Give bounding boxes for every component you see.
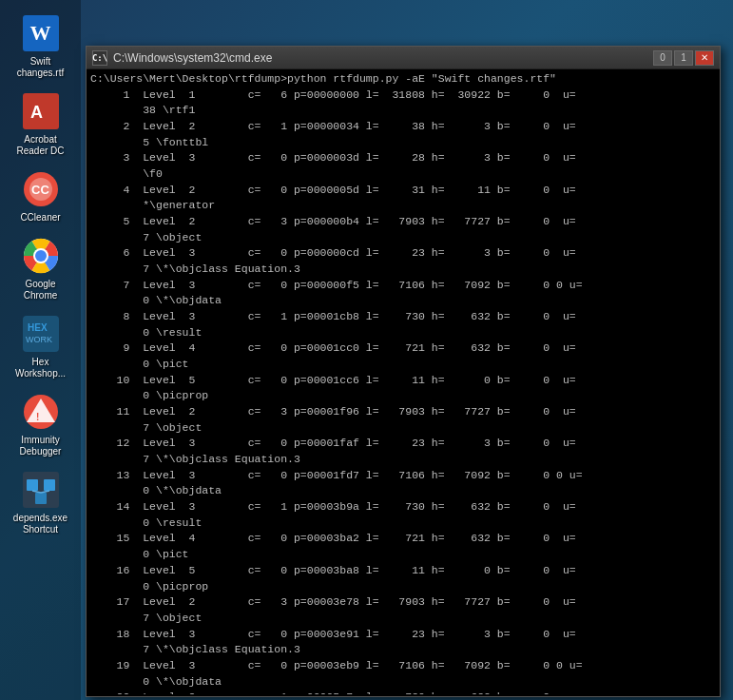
hexworkshop-icon-item[interactable]: HEX WORK Hex Workshop... <box>4 310 78 383</box>
ccleaner-svg-icon: CC <box>23 171 59 207</box>
ccleaner-label: CCleaner <box>20 212 60 224</box>
hexworkshop-svg-icon: HEX WORK <box>23 316 59 352</box>
desktop-taskbar: W Swift changes.rtf A Acrobat Reader DC <box>0 0 81 700</box>
cmd-icon: C:\ <box>92 50 107 66</box>
svg-rect-18 <box>35 493 47 504</box>
maximize-button[interactable]: 1 <box>674 50 693 66</box>
svg-text:HEX: HEX <box>28 322 48 333</box>
acrobat-label: Acrobat Reader DC <box>8 134 74 157</box>
immunity-icon-item[interactable]: ! Immunity Debugger <box>4 388 78 461</box>
window-controls: 0 1 ✕ <box>653 50 714 66</box>
close-button[interactable]: ✕ <box>695 50 714 66</box>
minimize-button[interactable]: 0 <box>653 50 672 66</box>
hexworkshop-label: Hex Workshop... <box>8 357 74 379</box>
depends-label: depends.exe Shortcut <box>8 513 74 535</box>
google-chrome-icon-item[interactable]: Google Chrome <box>4 232 78 305</box>
depends-icon-item[interactable]: depends.exe Shortcut <box>4 466 78 539</box>
chrome-svg-icon <box>23 238 59 274</box>
svg-text:!: ! <box>36 412 39 422</box>
svg-point-8 <box>35 250 47 262</box>
cmd-output: C:\Users\Mert\Desktop\rtfdump>python rtf… <box>90 71 716 694</box>
svg-text:CC: CC <box>31 183 49 197</box>
depends-svg-icon <box>23 472 59 508</box>
chrome-label: Google Chrome <box>8 279 74 301</box>
cmd-title: C:\Windows\system32\cmd.exe <box>113 51 653 65</box>
ccleaner-icon-item[interactable]: CC CCleaner <box>4 165 78 227</box>
immunity-label: Immunity Debugger <box>8 435 74 457</box>
cmd-window: C:\ C:\Windows\system32\cmd.exe 0 1 ✕ C:… <box>86 46 721 697</box>
word-doc-icon: W <box>23 15 59 51</box>
svg-rect-9 <box>23 316 59 352</box>
desktop: W Swift changes.rtf A Acrobat Reader DC <box>0 0 733 700</box>
adobe-icon: A <box>23 93 59 129</box>
svg-rect-17 <box>44 479 55 491</box>
svg-rect-16 <box>27 479 38 491</box>
cmd-titlebar: C:\ C:\Windows\system32\cmd.exe 0 1 ✕ <box>87 47 720 69</box>
swift-changes-label: Swift changes.rtf <box>8 56 74 79</box>
svg-text:A: A <box>30 103 43 122</box>
cmd-body[interactable]: C:\Users\Mert\Desktop\rtfdump>python rtf… <box>87 69 720 696</box>
swift-changes-icon[interactable]: W Swift changes.rtf <box>4 10 78 83</box>
acrobat-icon-item[interactable]: A Acrobat Reader DC <box>4 88 78 161</box>
svg-text:WORK: WORK <box>26 335 52 344</box>
immunity-svg-icon: ! <box>23 394 59 430</box>
